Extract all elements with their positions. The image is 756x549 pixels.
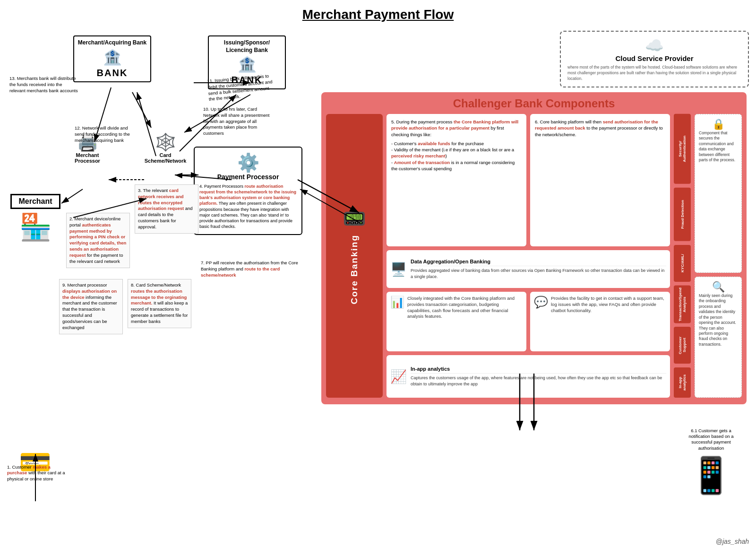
merchant-label: Merchant — [10, 194, 60, 209]
core-banking-label: Core Banking — [349, 235, 360, 305]
data-agg-icon: 🖥️ — [390, 261, 407, 277]
analytics-icon: 📈 — [390, 369, 407, 384]
data-agg-title: Data Aggregation/Open Banking — [411, 259, 666, 266]
step8-box: 8. Card Scheme/Network routes the author… — [128, 279, 191, 328]
transaction-text: Closely integrated with the Core Banking… — [407, 296, 523, 320]
card-network-icon: 🕸️ — [142, 132, 189, 152]
support-text: Provides the facility to get in contact … — [551, 296, 666, 314]
fraud-label: Fraud Detection — [674, 188, 691, 241]
merchant-acquiring-bank: Merchant/Acquiring Bank 🏦 BANK — [73, 35, 151, 82]
watermark: @jas_shah — [716, 538, 749, 545]
merchant-section: Merchant 🏪 — [7, 194, 64, 245]
core-banking-col: 📟 Core Banking — [326, 114, 383, 398]
step7-box: 7. PP will receive the authorisation fro… — [201, 260, 305, 278]
comp-icons-col: 🔒 Component that secures the communicati… — [695, 114, 742, 398]
step3-box: 3. The relevant card network receives an… — [135, 184, 198, 234]
payment-processor-gear-icon: ⚙️ — [199, 152, 297, 173]
analytics-text: Captures the customers usage of the app,… — [411, 375, 666, 386]
shop-icon: 🏪 — [7, 212, 64, 243]
step1-annotation: 1. Customer makes a purchase with their … — [7, 464, 69, 482]
kyc-label: KYC/AML/ — [674, 245, 691, 282]
issuing-bank-icon: 🏦 — [212, 55, 282, 73]
customer-support-panel: 💬 Provides the facility to get in contac… — [530, 292, 670, 351]
security-panel: 🔒 Component that secures the communicati… — [695, 114, 742, 273]
merchant-bank-text: BANK — [77, 68, 147, 78]
search-icon: 🔍 — [699, 281, 738, 293]
card-network: 🕸️ Card Scheme/Network — [142, 132, 189, 164]
security-text: Component that secures the communication… — [699, 131, 738, 163]
chip-icon: 📟 — [343, 208, 366, 230]
analytics-title: In-app analytics — [411, 366, 666, 374]
in-app-analytics-label: In-app analytics — [674, 367, 691, 398]
payment-processor-box: ⚙️ Payment Processor 4. Payment Processo… — [194, 147, 302, 235]
phone-section: 6.1 Customer gets a notification based o… — [680, 428, 742, 497]
customer-support-label: Customer Support — [674, 327, 691, 364]
page-title: Merchant Payment Flow — [0, 0, 756, 27]
fraud-text: Mainly seen during the onboarding proces… — [699, 293, 738, 348]
fraud-panel: 🔍 Mainly seen during the onboarding proc… — [695, 277, 742, 398]
lock-icon: 🔒 — [699, 118, 738, 131]
step10-annotation: 10. Up to 48 hrs later, Card Network wil… — [203, 106, 274, 137]
merchant-bank-label: Merchant/Acquiring Bank — [77, 39, 147, 47]
phone-icon: 📱 — [680, 455, 742, 497]
challenger-bank-box: Challenger Bank Components 📟 Core Bankin… — [321, 92, 747, 404]
challenger-title: Challenger Bank Components — [326, 97, 742, 110]
step9-box: 9. Merchant processor displays authorisa… — [59, 279, 123, 334]
support-icon: 💬 — [534, 296, 548, 309]
payment-processor-title: Payment Processor — [199, 173, 297, 181]
cloud-text: where most of the parts of the system wi… — [567, 65, 741, 82]
cloud-icon: ☁️ — [567, 36, 741, 54]
transaction-icon: 📊 — [390, 296, 404, 309]
security-label: Security/Authentication — [674, 114, 691, 184]
transaction-label: Transaction/Spend Analysis — [674, 286, 691, 323]
right-side-labels: Security/Authentication Fraud Detection … — [674, 114, 691, 398]
analytics-panel: 📈 In-app analytics Captures the customer… — [387, 355, 670, 398]
step13-annotation: 13. Merchants bank will distribute the f… — [9, 76, 78, 94]
data-agg-text: Provides aggregated view of banking data… — [411, 268, 666, 279]
cloud-provider: ☁️ Cloud Service Provider where most of … — [560, 31, 749, 87]
step12-annotation: 12. Network will divide and send funds a… — [75, 125, 136, 143]
step5-panel: 5. During the payment process the Core B… — [387, 114, 526, 246]
issuing-bank-label: Issuing/Sponsor/Licencing Bank — [212, 39, 282, 54]
cloud-title: Cloud Service Provider — [567, 54, 741, 62]
step6-panel: 6. Core banking platform will then send … — [530, 114, 670, 246]
merchant-bank-icon: 🏦 — [77, 48, 147, 66]
step2-box: 2. Merchant device/online portal authent… — [66, 213, 130, 268]
step61-annotation: 6.1 Customer gets a notification based o… — [680, 428, 742, 451]
merchant-processor-label: Merchant Processor — [66, 152, 109, 164]
step4-text: 4. Payment Processors route authorisatio… — [199, 183, 297, 229]
transaction-panel: 📊 Closely integrated with the Core Banki… — [387, 292, 526, 351]
card-network-label: Card Scheme/Network — [142, 152, 189, 164]
step11-annotation: 11. Issuing bank will use this to debit … — [207, 73, 275, 103]
data-aggregation-panel: 🖥️ Data Aggregation/Open Banking Provide… — [387, 250, 670, 288]
